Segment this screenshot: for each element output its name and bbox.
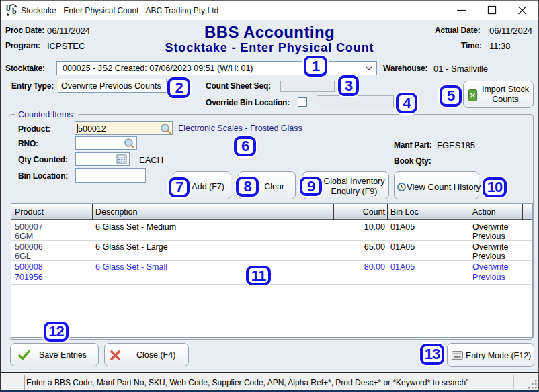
svg-text:s: s	[7, 10, 9, 16]
svg-text:b: b	[12, 7, 17, 16]
